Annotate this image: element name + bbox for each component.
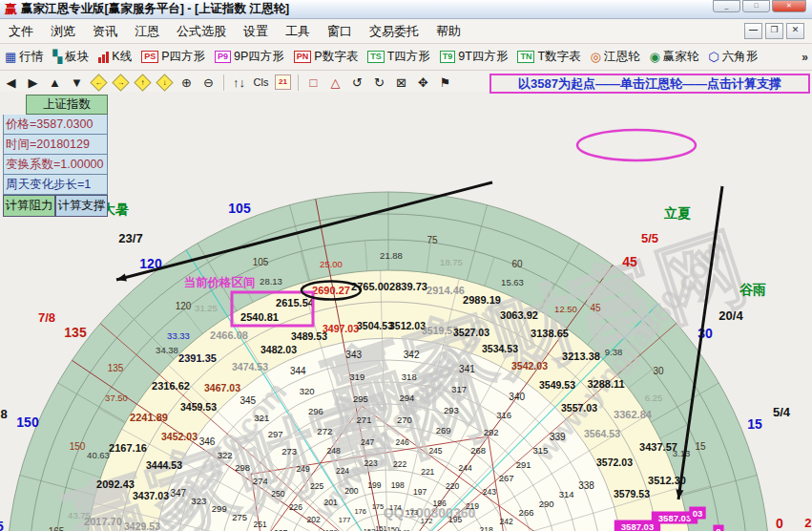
diamond-right-icon[interactable]: → [111,74,131,91]
menu-item-6[interactable]: 工具 [277,20,319,43]
wheel-label: 150 [70,441,86,452]
mdi-minimize-button[interactable]: — [744,23,762,39]
wheel-label: 2540.81 [240,311,279,323]
menu-item-8[interactable]: 交易委托 [361,20,427,43]
zoom-in-icon[interactable]: ⊕ [177,74,197,91]
minimize-button[interactable]: _ [713,0,740,12]
highlighted-support-cell[interactable] [652,512,697,524]
wheel-label: 248 [327,446,341,456]
mdi-restore-button[interactable]: ❐ [765,23,783,39]
arrow-right-icon[interactable]: ▶ [23,74,43,91]
highlighted-support-cell[interactable] [614,520,660,531]
toolbar-overflow-chevron[interactable]: » [802,51,808,64]
zoom-out-icon[interactable]: ⊖ [198,74,219,91]
gann-wheel[interactable]: 赢家财富网赢家财富网www.yingjia360.comwww.yingjia3… [0,192,812,531]
toolbar-item-t-number-table[interactable]: TNT数字表 [517,49,580,65]
index-name: 上证指数 [26,95,108,115]
menu-item-0[interactable]: 文件 [0,20,42,43]
menu-item-2[interactable]: 资讯 [84,20,126,43]
wheel-label: 175 [372,502,385,511]
toolbar-item-label: K线 [112,49,132,65]
calendar-icon[interactable]: 21 [273,74,293,91]
mdi-window-controls: — ❐ ✕ [744,23,804,39]
toolbar-item-kline[interactable]: K线 [98,49,132,65]
arrow-left-icon[interactable]: ◀ [1,74,21,91]
menu-item-3[interactable]: 江恩 [126,20,168,43]
annotation-arrow [678,186,722,499]
price-scale-icon[interactable]: ↑↓ [229,74,249,91]
menu-item-7[interactable]: 窗口 [319,20,361,43]
menu-item-9[interactable]: 帮助 [427,20,469,43]
rotate-ccw-icon[interactable]: ↺ [347,74,367,91]
wheel-label: 201 [324,498,338,507]
calc-support-button[interactable]: 计算支撑 [55,195,108,217]
wheel-label: 251 [254,520,267,529]
wheel-label: 298 [235,462,250,473]
wheel-label: 43.75 [68,510,91,520]
arrow-down-icon[interactable]: ▼ [67,74,87,91]
arrow-up-icon[interactable]: ▲ [45,74,65,91]
toolbar-item-p-number-table[interactable]: PNP数字表 [294,49,358,65]
maximize-button[interactable]: □ [742,0,770,12]
diamond-up-icon[interactable]: ↑ [133,74,153,91]
mdi-close-button[interactable]: ✕ [786,23,804,39]
wheel-label: 21.88 [380,250,403,261]
wheel-label: 268 [470,445,486,456]
wheel-label: 25.00 [320,259,343,269]
toolbar-item-9t-square[interactable]: T99T四方形 [440,49,509,65]
wheel-label: 15.63 [501,277,524,287]
wheel-label: 28.13 [260,276,282,287]
diamond-down-icon[interactable]: ↓ [155,74,175,91]
toolbar-item-label: 六角形 [722,49,759,65]
square-tool-icon[interactable]: □ [303,74,323,91]
wheel-icon: ◉ [649,51,659,63]
triangle-tool-icon[interactable]: △ [325,74,345,91]
wheel-label: 225 [310,481,323,491]
chart-canvas[interactable]: 赢家财富网赢家财富网www.yingjia360.comwww.yingjia3… [0,92,812,531]
toolbar-item-hexagon[interactable]: ⬡六角形 [708,49,758,65]
panel-row-1: 时间=20180129 [3,135,108,155]
toolbar-item-label: P数字表 [314,49,358,65]
toolbar-item-t-square[interactable]: TST四方形 [367,49,430,65]
toolbar-item-gann-wheel[interactable]: ◎江恩轮 [591,49,640,65]
toolbar-item-label: T数字表 [537,49,580,65]
cls-button[interactable]: Cls [251,74,271,91]
wheel-label: 338 [578,480,594,491]
title-bar: 赢 赢家江恩专业版[赢家服务平台] - [上证指数 江恩轮] _ □ ✕ [0,0,812,19]
wheel-label: 5/4 [773,405,791,419]
wheel-label: 60 [511,259,523,269]
delete-box-icon[interactable]: ⊠ [391,74,411,91]
wheel-label: 339 [550,432,566,442]
wheel-label: 218 [479,525,492,531]
wheel-label: 3474.53 [232,361,268,372]
toolbar-item-9p-square[interactable]: P99P四方形 [215,49,284,65]
wheel-label: 342 [404,350,420,360]
index-info-rows: 价格=3587.0300时间=20180129变换系数=1.00000周天变化步… [3,115,108,195]
panel-row-0: 价格=3587.0300 [3,115,108,135]
wheel-label: 341 [459,364,475,374]
rotate-cw-icon[interactable]: ↻ [369,74,389,91]
highlighted-support-cell[interactable] [713,525,723,531]
flag-icon[interactable]: ⚑ [435,74,455,91]
wheel-label: 2466.08 [210,329,248,341]
menu-item-1[interactable]: 浏览 [42,20,84,43]
toolbar-item-winner-wheel[interactable]: ◉赢家轮 [649,49,698,65]
toolbar-item-quotes[interactable]: ▦行情 [5,49,43,65]
wheel-label: 3138.65 [531,328,569,339]
wheel-label: 346 [199,436,216,447]
menu-item-5[interactable]: 设置 [235,20,277,43]
target-icon: ◎ [591,51,601,63]
gann-wheel-chart[interactable]: 赢家财富网赢家财富网www.yingjia360.comwww.yingjia3… [0,92,812,531]
wheel-label: 196 [432,499,446,508]
center-icon[interactable]: ✥ [413,74,433,91]
wheel-label: 3063.92 [500,309,538,321]
close-button[interactable]: ✕ [772,0,806,12]
menu-item-4[interactable]: 公式选股 [168,20,235,43]
calc-resistance-button[interactable]: 计算阻力 [3,195,55,217]
toolbar-item-p-square[interactable]: PSP四方形 [141,49,205,65]
diamond-left-icon[interactable]: ← [89,74,109,91]
wheel-label: 270 [397,414,412,425]
wheel-label: 3288.11 [587,378,624,390]
highlighted-support-cell[interactable] [689,507,705,520]
toolbar-item-sectors[interactable]: ▚板块 [52,49,89,65]
